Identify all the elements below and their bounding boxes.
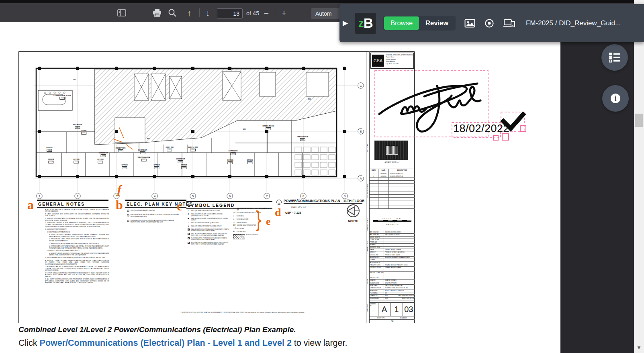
symbol-text: KEY NOTES — [237, 228, 244, 229]
image-tool-button[interactable] — [464, 19, 475, 28]
outline-panel-button[interactable] — [601, 44, 628, 71]
date-annotation[interactable]: 18/02/2022 — [453, 122, 509, 135]
symbol-glyph: ctv — [233, 212, 236, 214]
revision-row-empty — [370, 195, 415, 198]
title-block: KEY PLANREVISION NOTESGRAPHIC SCALECONTR… — [366, 51, 415, 323]
tb-row-value: PROJECT STREET ADDRESS — [384, 251, 415, 253]
browse-tab[interactable]: Browse — [384, 16, 419, 30]
key-notes-list: 1PROVIDE UNDER CABINET LIGHTING2ELECTRIC… — [127, 210, 184, 225]
general-note: 1. ELECTRICAL CONTRACTOR (EC): — [47, 231, 109, 233]
symbol-text: WALL (OR PANEL) MOUNTED DUPLEX OUTLET — [191, 210, 220, 212]
symbol-text: DOOR BELL CHIME — [237, 218, 248, 220]
print-button[interactable] — [151, 7, 163, 18]
tb-row-value: TENANT AGENCY NAME — [384, 267, 415, 271]
general-note: J. DO NOT INSTALL ELECTRICAL OUTLET/SWIT… — [45, 272, 109, 278]
callout-letter-a: a — [27, 198, 34, 212]
zb-logo[interactable]: z B — [355, 13, 376, 34]
tb-row-value — [384, 247, 415, 249]
scrollbar-down-arrow[interactable]: ▼ — [636, 345, 642, 351]
general-note: E. DIVISION OF RESPONSIBILITY: — [45, 229, 109, 230]
key-note: 3PREWIRE ROOM FOR FUTURE INSTALLATION OF… — [127, 220, 184, 223]
general-note: a. VENDOR'S WORK INCLUDES PROVIDING ALL … — [49, 253, 109, 256]
symbol-glyph: ▲ — [188, 225, 190, 227]
revision-row-empty — [370, 192, 415, 195]
tb-content: GSA GENERAL SERVICES ADMINISTRATIONRegio… — [370, 51, 415, 323]
tb-row-value: BUILDING NUMBER (GSA ASSIGNED) — [384, 257, 415, 259]
tb-row-label: SUBMISSION — [370, 282, 384, 284]
search-button[interactable] — [166, 7, 178, 18]
review-tab[interactable]: Review — [419, 16, 455, 30]
tb-rows: A/E CON. NO.GS-XXX-XX-XX-X-XXXXA/E TASK … — [370, 231, 415, 300]
property-notice: PROPERTY OF THE UNITED STATES GOVERNMENT… — [133, 311, 353, 313]
zoom-out-button[interactable]: − — [260, 7, 272, 18]
symbol-legend-item: PFLOOR-MOUNTED POWER JUNCTION BOX WITH F… — [188, 237, 229, 241]
revision-row-empty — [370, 184, 415, 186]
revision-row-empty — [370, 206, 415, 209]
tb-row-value — [384, 272, 415, 277]
tb-row-value: XX — [384, 292, 415, 294]
conference-room — [38, 90, 72, 110]
symbol-glyph: GFI — [233, 224, 236, 226]
collapse-panel-arrow[interactable]: ▶ — [343, 19, 348, 27]
symbol-legend-item: EWALL-MOUNTED ELECTRICAL JUNCTION BOX WI… — [188, 229, 229, 232]
tb-row-value — [384, 239, 415, 241]
gsa-lines: GENERAL SERVICES ADMINISTRATIONRegion Na… — [386, 54, 413, 65]
callout-letter-d: d — [275, 206, 281, 219]
zoom-level-select[interactable]: Autom — [311, 8, 340, 19]
general-note: 2. AGENCY'S WIC/LAN EQUIPMENT VENDOR (LC… — [47, 250, 109, 251]
drawing-no-sublabels: SHEET TYPE SEQUENCE — [370, 316, 415, 319]
drawing-no-label: DRAWING NO. — [370, 303, 378, 316]
zoom-in-button[interactable]: + — [278, 7, 290, 18]
tb-row-extra: SHEET SIZE: 24 x 36 — [402, 298, 414, 299]
floor-plan-svg: 123456789CBA — [18, 51, 366, 203]
title-block-row: CHECKED BYXXXSHEET SIZE: 24 x 36 — [370, 298, 415, 300]
viewer-background — [560, 22, 634, 353]
graphic-scale-numbers: 8 6 4 2 0 16 FT — [370, 218, 415, 220]
general-note: G. PROVIDE EMERGENCY LIGHTING AS REQUIRE… — [45, 257, 109, 259]
click-prefix: Click — [18, 338, 40, 348]
scrollbar[interactable]: ▼ — [634, 0, 644, 353]
tb-row-label: PROJECT NO. — [370, 277, 384, 279]
plan-number-bubble: 1 — [276, 200, 282, 205]
svg-text:8: 8 — [303, 194, 304, 198]
mode-switch: Browse Review — [383, 16, 456, 31]
symbol-legend-item: ▲WALL (OR PANEL) MOUNTED TELE/DATA OUTLE… — [188, 225, 229, 227]
symbol-text: WALL MOUNTED 20 AMP, 120V SEPARATE CIRCU… — [191, 218, 229, 221]
tb-row-label: PRIME A/E — [370, 241, 384, 243]
tb-row-label: FACILITY CODE — [370, 264, 384, 266]
preview-tool-button[interactable] — [484, 18, 495, 29]
info-panel-button[interactable]: i — [602, 85, 629, 112]
revision-row-empty — [370, 181, 415, 184]
tb-row-value: POWER/COMMUNICATIONS PLAN — [384, 287, 415, 289]
symbol-glyph: ◖ — [188, 210, 190, 212]
page-number-input[interactable] — [217, 8, 243, 18]
tb-row-label: PROJECT TITLE — [370, 267, 384, 271]
window-top-strip — [0, 0, 644, 3]
symbol-glyph: E — [188, 229, 190, 231]
sheet-discipline: A — [378, 303, 390, 316]
next-page-button[interactable]: ↓ — [202, 7, 214, 18]
tb-side-label: DRAWING — [367, 304, 368, 312]
symbol-legend-item: ◆WALL MOUNTED 20 AMP, 120V SEPARATE CIRC… — [188, 218, 229, 221]
scrollbar-thumb[interactable] — [635, 114, 643, 127]
revision-row: 100/00/00DESIGN-INTENT-#1 — [370, 172, 415, 175]
tb-row-label: FILE NAME — [370, 290, 384, 292]
svg-text:4: 4 — [154, 194, 155, 198]
tb-side-label: GRAPHIC SCALE — [367, 218, 368, 231]
symbol-text: CABLE TV FEED — [237, 222, 247, 223]
key-note-number: 2 — [127, 214, 129, 216]
down-arrow-icon: ↓ — [206, 9, 210, 17]
key-plan-highlight — [386, 146, 398, 155]
search-icon — [168, 8, 177, 17]
sidebar-toggle-button[interactable] — [116, 7, 128, 18]
svg-text:7: 7 — [266, 194, 268, 198]
devices-tool-button[interactable] — [503, 18, 515, 29]
general-note: K. ALL ENTRY CONTROL DEVICES, FIRE PROTE… — [45, 278, 109, 284]
devices-icon — [503, 18, 515, 29]
previous-page-button[interactable]: ↑ — [183, 7, 195, 18]
revision-row-empty — [370, 186, 415, 189]
app-window: ↑ ↓ of 45 − + Autom — [0, 0, 644, 353]
symbol-glyph: ◆ — [188, 218, 190, 220]
symbol-text: WALL-MOUNTED DATA/COMMUNICATIONS JUNCTIO… — [191, 233, 229, 236]
plan-link[interactable]: Power/Communications (Electrical) Plan -… — [40, 338, 292, 348]
